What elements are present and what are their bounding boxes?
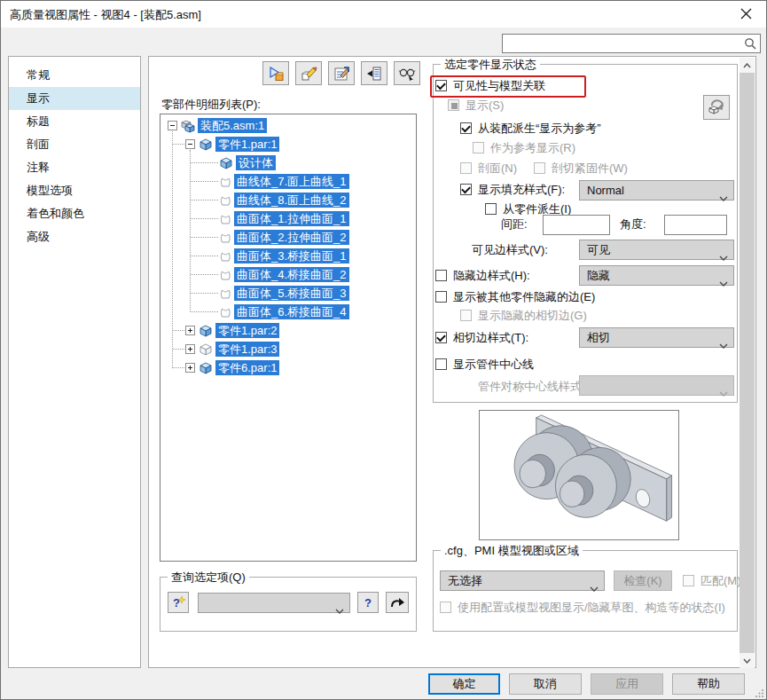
vertical-scrollbar[interactable] [740,58,755,668]
tangent-edge-style-checkbox[interactable] [435,332,447,343]
dialog-window: 高质量视图属性 - 视图4 - [装配5.asm] 常规 显示 标题 剖面 注释… [0,0,767,700]
tree-item[interactable]: 曲线体_8.面上曲线_2 [160,191,416,209]
spacing-label: 间距: [501,216,528,233]
fill-style-select[interactable]: Normal [579,180,734,201]
toolbar-properties-button[interactable] [328,61,355,85]
tree-item[interactable]: 装配5.asm:1 [160,116,416,135]
section-fasteners-checkbox[interactable] [534,162,545,174]
show-hidden-tangent-label: 显示隐藏的相切边(G) [478,307,587,325]
close-icon [740,8,752,20]
tangent-edge-style-select[interactable]: 相切 [579,327,734,348]
new-query-icon: ? [171,595,185,610]
expand-icon[interactable] [185,344,195,354]
surface-body-icon [219,287,231,300]
search-input[interactable] [505,35,737,51]
derive-from-part-checkbox[interactable] [485,203,497,215]
sidebar-item-caption[interactable]: 标题 [9,110,140,133]
display-page-panel: 零部件明细列表(P): [148,56,756,668]
svg-text:?: ? [173,596,180,610]
toolbar-query-visibility-button[interactable] [394,61,420,85]
spacing-input[interactable] [543,215,610,235]
visible-edge-style-value: 可见 [587,243,610,256]
visibility-link-checkbox[interactable] [435,80,447,91]
new-query-button[interactable]: ? [168,592,189,613]
use-config-checkbox[interactable] [440,602,451,613]
section-label: 剖面(N) [478,160,517,177]
show-edges-hidden-by-other-checkbox[interactable] [435,291,447,303]
parts-tree[interactable]: 装配5.asm:1 零件1.par:1 设计体 [160,114,417,562]
rerun-query-button[interactable] [386,592,409,613]
derive-from-assembly-checkbox[interactable] [460,122,472,134]
help-button[interactable]: 帮助 [672,673,745,695]
angle-input[interactable] [664,215,727,235]
tree-item[interactable]: 零件1.par:3 [160,340,416,358]
show-pipe-centerline-checkbox[interactable] [435,358,447,370]
scrollbar-thumb[interactable] [740,73,755,653]
tree-item[interactable]: 曲面体_4.桥接曲面_2 [160,265,416,284]
chevron-down-icon [719,343,728,349]
surface-body-icon [219,232,231,244]
sidebar-item-model-options[interactable]: 模型选项 [9,179,140,202]
tree-item[interactable]: 零件1.par:2 [160,321,416,340]
sidebar-item-annotation[interactable]: 注释 [9,156,140,179]
tree-item[interactable]: 曲面体_2.拉伸曲面_2 [160,228,416,247]
sidebar-item-general[interactable]: 常规 [9,64,140,87]
tree-item[interactable]: 曲线体_7.面上曲线_1 [160,172,416,191]
show-label: 显示(S) [466,97,504,114]
tree-item[interactable]: 曲面体_3.桥接曲面_1 [160,247,416,265]
toolbar-edit-style-button[interactable] [295,61,322,85]
tree-item[interactable]: 曲面体_5.桥接曲面_3 [160,284,416,303]
tree-item[interactable]: 零件1.par:1 [160,135,416,153]
parts-list-label: 零部件明细列表(P): [161,97,261,113]
tree-item[interactable]: 曲面体_1.拉伸曲面_1 [160,209,416,228]
check-button[interactable]: 检查(K) [614,570,672,591]
toolbar-select-component-button[interactable] [262,61,289,85]
show-checkbox[interactable] [448,99,459,111]
hidden-edge-style-checkbox[interactable] [435,270,447,281]
chevron-up-icon [743,63,751,68]
expand-icon[interactable] [185,363,195,373]
fill-style-value: Normal [587,184,624,197]
apply-button[interactable]: 应用 [591,673,663,695]
close-button[interactable] [729,1,763,27]
cancel-button[interactable]: 取消 [509,673,582,695]
show-pipe-centerline-label: 显示管件中心线 [453,356,534,374]
part-wireframe-icon [199,342,213,357]
cfg-group-title: .cfg、PMI 模型视图或区域 [441,543,583,559]
curve-body-icon [219,176,231,188]
expand-icon[interactable] [185,326,195,335]
scroll-down-button[interactable] [740,653,755,668]
query-select[interactable] [198,593,350,613]
fill-style-label: 显示填充样式(F): [478,181,565,199]
tree-item[interactable]: 曲面体_6.桥接曲面_4 [160,303,416,321]
collapse-icon[interactable] [185,139,195,149]
reset-display-button[interactable] [703,95,730,120]
match-checkbox[interactable] [683,575,694,586]
ok-button[interactable]: 确定 [428,673,500,695]
chevron-down-icon [719,196,728,201]
collapse-icon[interactable] [168,121,177,130]
svg-text:?: ? [364,596,372,610]
query-help-button[interactable]: ? [357,592,379,613]
tree-item[interactable]: 设计体 [160,153,416,172]
sidebar-item-shading-color[interactable]: 着色和颜色 [9,202,140,225]
sidebar-item-section[interactable]: 剖面 [9,133,140,156]
part-preview-image [479,410,679,540]
fill-style-checkbox[interactable] [460,184,472,195]
show-hidden-tangent-checkbox[interactable] [460,310,472,321]
toolbar-parts-list-button[interactable] [361,61,387,85]
show-as-reference-checkbox[interactable] [473,142,484,153]
cfg-selection-select[interactable]: 无选择 [440,570,605,591]
hidden-edge-style-select[interactable]: 隐藏 [579,265,734,286]
section-checkbox[interactable] [460,162,472,174]
select-component-icon [267,65,285,83]
search-icon[interactable] [743,36,757,54]
surface-body-icon [219,213,231,225]
visible-edge-style-select[interactable]: 可见 [579,240,734,260]
sidebar-item-display[interactable]: 显示 [9,87,140,110]
sidebar-item-advanced[interactable]: 高级 [9,225,140,248]
tree-item[interactable]: 零件6.par:1 [160,358,416,377]
resize-grip[interactable] [755,688,764,697]
scroll-up-button[interactable] [740,58,755,73]
window-title: 高质量视图属性 - 视图4 - [装配5.asm] [10,7,201,23]
